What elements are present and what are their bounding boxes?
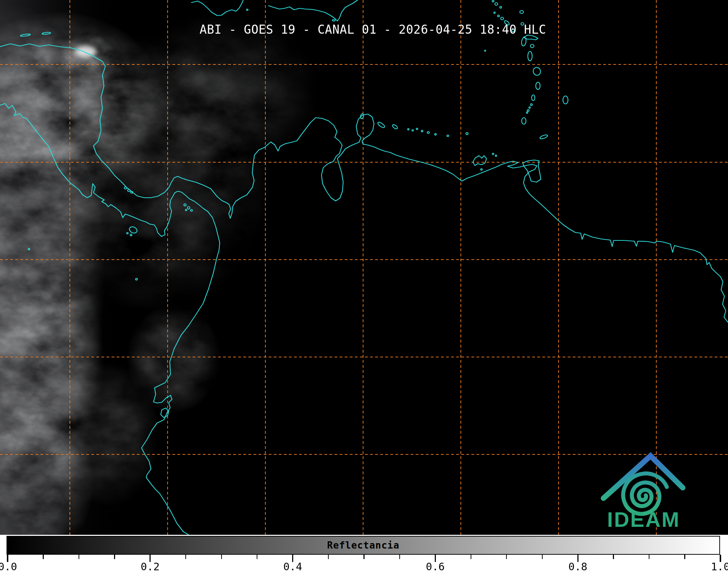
colorbar-minor-tick bbox=[649, 555, 649, 559]
colorbar-label: Reflectancia bbox=[327, 540, 400, 551]
satellite-map: IDEAM ABI - GOES 19 - CANAL 01 - 2026-04… bbox=[0, 0, 728, 535]
satellite-map-canvas: IDEAM bbox=[0, 0, 728, 535]
colorbar-minor-tick bbox=[257, 555, 257, 559]
colorbar-minor-tick bbox=[363, 555, 364, 559]
colorbar-minor-tick bbox=[328, 555, 329, 559]
colorbar-tick-label: 0.8 bbox=[568, 560, 587, 571]
colorbar-minor-tick bbox=[43, 555, 43, 559]
image-title: ABI - GOES 19 - CANAL 01 - 2026-04-25 18… bbox=[199, 22, 546, 37]
colorbar-minor-tick bbox=[185, 555, 186, 559]
colorbar-tick-label: 0.0 bbox=[0, 560, 17, 571]
colorbar-minor-tick bbox=[221, 555, 222, 559]
colorbar-minor-tick bbox=[471, 555, 471, 559]
colorbar-minor-tick bbox=[506, 555, 507, 559]
colorbar-minor-tick bbox=[613, 555, 614, 559]
colorbar-minor-tick bbox=[114, 555, 115, 559]
logo-text: IDEAM bbox=[607, 508, 680, 531]
colorbar-minor-tick bbox=[542, 555, 543, 559]
colorbar-minor-tick bbox=[399, 555, 400, 559]
colorbar-minor-tick bbox=[684, 555, 685, 559]
colorbar-tick-label: 0.2 bbox=[141, 560, 160, 571]
cloud-patch bbox=[58, 362, 159, 507]
colorbar-tick-label: 0.4 bbox=[283, 560, 302, 571]
colorbar: Reflectancia bbox=[7, 536, 720, 555]
colorbar-tick-label: 0.6 bbox=[426, 560, 445, 571]
colorbar-minor-tick bbox=[79, 555, 79, 559]
satellite-image-viewer: { "title": { "text": "ABI - GOES 19 - CA… bbox=[0, 0, 728, 571]
colorbar-tick-label: 1.0 bbox=[711, 560, 728, 571]
